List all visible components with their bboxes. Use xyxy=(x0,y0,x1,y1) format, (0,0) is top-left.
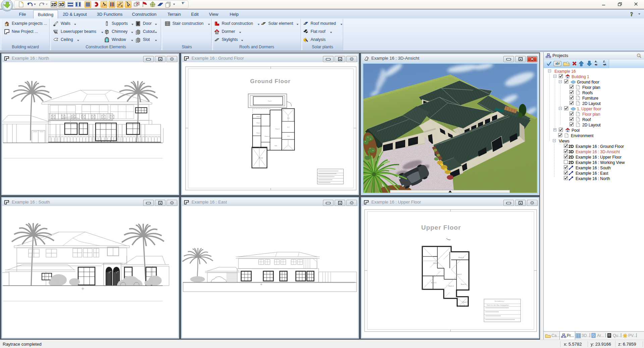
svg-text:Ground Floor: Ground Floor xyxy=(250,78,291,84)
svg-text:Hall: Hall xyxy=(275,145,277,147)
svg-text:Room 8: Room 8 xyxy=(459,257,464,258)
svg-text:Room 2: Room 2 xyxy=(448,285,454,287)
svg-text:Room 6: Room 6 xyxy=(456,274,462,275)
svg-text:R 8: R 8 xyxy=(287,135,290,137)
svg-text:Room 5: Room 5 xyxy=(431,282,436,284)
svg-text:Room 3: Room 3 xyxy=(463,301,468,303)
svg-text:Room 3: Room 3 xyxy=(257,132,262,134)
svg-text:3D: 3D xyxy=(59,2,64,7)
svg-text:Room 1: Room 1 xyxy=(257,116,262,117)
svg-text:Room 5: Room 5 xyxy=(275,128,280,130)
svg-text:Nicht fur den Bau freigegeben: Nicht fur den Bau freigegeben xyxy=(487,304,509,306)
svg-text:Room 1: Room 1 xyxy=(433,263,439,264)
svg-text:2D: 2D xyxy=(51,2,57,7)
svg-text:Room 4: Room 4 xyxy=(461,284,466,285)
svg-text:R 6: R 6 xyxy=(287,117,290,119)
svg-text:Room 2: Room 2 xyxy=(257,122,262,124)
svg-text:R 7: R 7 xyxy=(287,126,290,128)
svg-text:Verwaltung !: Verwaltung ! xyxy=(494,300,505,302)
svg-text:?: ? xyxy=(630,11,633,17)
svg-text:Upper Floor: Upper Floor xyxy=(421,224,461,231)
svg-text:Room 4: Room 4 xyxy=(265,135,270,137)
svg-text:Garage: Garage xyxy=(259,157,263,159)
svg-text:Pool 1: Pool 1 xyxy=(268,100,272,102)
